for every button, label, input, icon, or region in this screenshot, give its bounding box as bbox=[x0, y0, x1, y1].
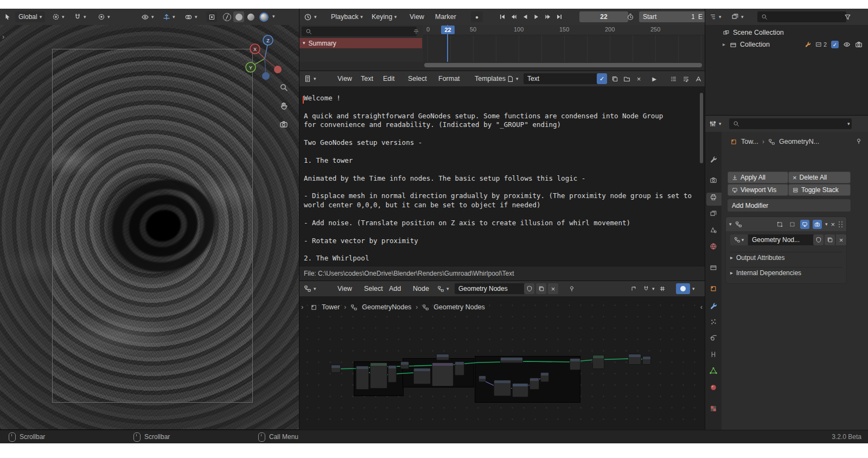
pivot-point-dropdown[interactable]: ▾ bbox=[52, 11, 65, 22]
snap-magnet-icon[interactable] bbox=[641, 283, 651, 294]
node[interactable] bbox=[432, 362, 454, 386]
node-canvas[interactable]: › Tower › GeometryNodes › Geometry Nodes… bbox=[299, 296, 705, 430]
current-frame-field[interactable]: 22 bbox=[579, 11, 628, 22]
render-camera-icon[interactable] bbox=[855, 41, 863, 48]
jump-to-end-button[interactable] bbox=[554, 11, 565, 22]
cage-toggle[interactable] bbox=[788, 220, 797, 229]
apply-all-button[interactable]: Apply All bbox=[727, 171, 788, 183]
shading-wireframe-button[interactable] bbox=[221, 11, 232, 22]
node[interactable] bbox=[356, 366, 369, 390]
display-mode-dropdown[interactable]: ▾ bbox=[731, 11, 744, 22]
breadcrumb-object[interactable]: Tow... bbox=[741, 138, 758, 145]
end-frame-field[interactable]: E bbox=[694, 11, 705, 22]
modifier-panel-header[interactable]: ▾ ▾ × bbox=[726, 217, 846, 231]
timeline-grid[interactable]: 0 50 100 150 200 250 22 bbox=[423, 25, 705, 62]
pin-id-icon[interactable] bbox=[854, 136, 864, 146]
summary-channel[interactable]: ▾ Summary bbox=[299, 38, 422, 48]
breadcrumb-modifier[interactable]: GeometryN... bbox=[779, 138, 819, 145]
text-browse-dropdown[interactable]: ▾ bbox=[507, 73, 519, 84]
node[interactable] bbox=[388, 365, 397, 383]
tab-modifiers[interactable] bbox=[709, 301, 718, 311]
camera-view-icon[interactable] bbox=[278, 118, 290, 130]
node[interactable] bbox=[494, 380, 511, 396]
start-frame-field[interactable]: Start 1 bbox=[639, 11, 699, 22]
editor-type-dropdown[interactable]: ▾ bbox=[304, 283, 316, 294]
open-text-button[interactable] bbox=[622, 73, 632, 84]
visibility-dropdown[interactable]: ▾ bbox=[141, 11, 154, 22]
section-output-attributes[interactable]: ▸ Output Attributes bbox=[730, 252, 842, 263]
fake-user-shield-button[interactable] bbox=[524, 283, 534, 294]
move-view-hand-icon[interactable] bbox=[278, 100, 290, 112]
snap-dropdown[interactable]: ▾ bbox=[652, 287, 655, 291]
menu-select[interactable]: Select bbox=[364, 281, 383, 296]
viewport-vis-button[interactable]: Viewport Vis bbox=[727, 184, 788, 196]
realtime-toggle[interactable] bbox=[800, 220, 809, 229]
menu-edit[interactable]: Edit bbox=[383, 71, 395, 86]
shading-solid-button[interactable] bbox=[233, 11, 244, 22]
tab-material[interactable] bbox=[709, 383, 718, 392]
tab-collection[interactable] bbox=[709, 263, 718, 272]
grid-snap-icon[interactable] bbox=[658, 283, 667, 294]
shading-dropdown[interactable]: ▾ bbox=[272, 14, 275, 19]
node[interactable] bbox=[529, 378, 539, 390]
tab-constraints[interactable] bbox=[709, 349, 718, 359]
menu-add[interactable]: Add bbox=[389, 281, 401, 296]
unlink-text-button[interactable]: × bbox=[634, 73, 644, 84]
node[interactable] bbox=[478, 376, 486, 382]
menu-keying[interactable]: Keying ▾ bbox=[372, 9, 397, 25]
editor-type-dropdown[interactable]: ▾ bbox=[709, 11, 722, 22]
menu-templates[interactable]: Templates bbox=[475, 71, 506, 86]
outliner-row-scene-collection[interactable]: Scene Collection bbox=[705, 27, 868, 38]
tab-texture[interactable] bbox=[709, 404, 718, 414]
tweak-tool-icon[interactable] bbox=[2, 11, 13, 22]
run-script-button[interactable]: ▶ bbox=[649, 73, 660, 84]
shading-rendered-button[interactable] bbox=[258, 11, 269, 22]
jump-to-start-button[interactable] bbox=[497, 11, 508, 22]
expander-icon[interactable]: ▸ bbox=[723, 42, 725, 47]
tab-scene[interactable] bbox=[709, 225, 718, 235]
editor-type-dropdown[interactable]: ▾ bbox=[304, 73, 316, 84]
menu-marker[interactable]: Marker bbox=[435, 9, 456, 25]
shading-material-button[interactable] bbox=[245, 11, 256, 22]
nodetree-browse-dropdown[interactable]: ▾ bbox=[730, 234, 748, 245]
close-modifier-button[interactable]: × bbox=[831, 220, 835, 228]
menu-node[interactable]: Node bbox=[413, 281, 429, 296]
region-expand-arrow[interactable]: › bbox=[2, 33, 4, 41]
delete-all-button[interactable]: × Delete All bbox=[788, 171, 851, 183]
node[interactable] bbox=[413, 368, 431, 384]
text-datablock-name[interactable]: Text bbox=[524, 73, 602, 84]
breadcrumb-object[interactable]: Tower bbox=[322, 303, 340, 311]
text-scrollbar[interactable] bbox=[700, 93, 703, 163]
node[interactable] bbox=[642, 356, 651, 365]
xray-toggle[interactable] bbox=[206, 11, 217, 22]
next-keyframe-button[interactable] bbox=[542, 11, 553, 22]
fake-user-shield-button[interactable] bbox=[813, 234, 824, 245]
channel-filter-icon[interactable] bbox=[411, 27, 421, 36]
menu-view[interactable]: View bbox=[337, 281, 352, 296]
breadcrumb-nodetree[interactable]: Geometry Nodes bbox=[433, 303, 484, 311]
copy-nodetree-button[interactable] bbox=[536, 283, 546, 294]
timeline-scrollbar[interactable] bbox=[424, 63, 702, 67]
syntax-highlight-icon[interactable] bbox=[693, 73, 704, 84]
stopwatch-icon[interactable] bbox=[625, 11, 636, 22]
properties-search-input[interactable] bbox=[729, 118, 852, 129]
play-reverse-button[interactable] bbox=[520, 11, 531, 22]
overlays-dropdown[interactable]: ▾ bbox=[692, 287, 695, 291]
editor-type-dropdown[interactable]: ▾ bbox=[304, 11, 317, 22]
prev-keyframe-button[interactable] bbox=[508, 11, 519, 22]
extras-dropdown[interactable]: ▾ bbox=[825, 222, 828, 227]
tab-object-data[interactable] bbox=[709, 366, 718, 376]
tab-view-layer[interactable] bbox=[709, 209, 718, 219]
node[interactable] bbox=[400, 361, 409, 369]
node[interactable] bbox=[628, 354, 641, 365]
menu-text[interactable]: Text bbox=[361, 71, 373, 86]
node[interactable] bbox=[512, 383, 528, 397]
render-toggle[interactable] bbox=[813, 220, 822, 229]
drag-handle[interactable] bbox=[838, 221, 843, 228]
node[interactable] bbox=[436, 354, 449, 360]
tab-output[interactable] bbox=[709, 192, 718, 202]
region-collapse-arrow[interactable]: › bbox=[301, 303, 303, 311]
outliner-row-collection[interactable]: ▸ Collection 2 ✓ bbox=[705, 39, 868, 50]
editor-type-dropdown[interactable]: ▾ bbox=[709, 118, 722, 129]
pin-icon[interactable] bbox=[566, 283, 577, 294]
